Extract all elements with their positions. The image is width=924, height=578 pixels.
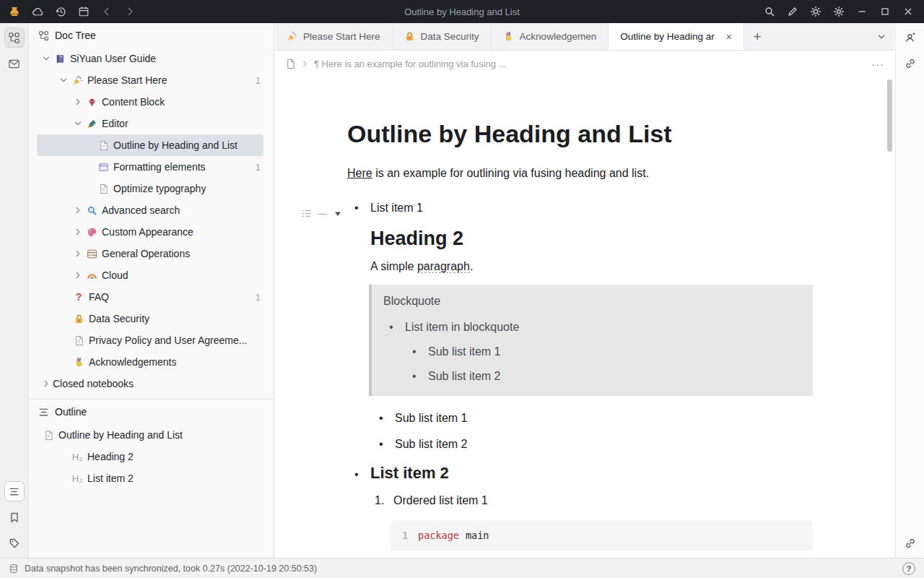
paragraph-text: A simple — [370, 260, 417, 272]
tree-item-editor[interactable]: Editor — [30, 113, 274, 134]
chevron-right-icon[interactable] — [71, 247, 84, 260]
breadcrumb: ¶ Here is an example for outlining via f… — [275, 51, 894, 77]
search-icon[interactable] — [761, 3, 778, 20]
history-icon[interactable] — [52, 3, 69, 20]
right-dock-top — [900, 27, 920, 74]
virtual-ref[interactable]: paragraph — [417, 260, 470, 273]
tree-item-siyuan-user-guide[interactable]: SiYuan User Guide — [30, 48, 274, 69]
chevron-down-icon[interactable] — [71, 117, 84, 130]
siyuan-logo-icon[interactable] — [6, 3, 23, 20]
forward-icon[interactable] — [121, 3, 139, 20]
tab-acknowledgements[interactable]: Acknowledgemen — [492, 23, 609, 50]
dock-inbox-button[interactable] — [4, 53, 25, 74]
tab-please-start-here[interactable]: Please Start Here — [275, 23, 393, 50]
cloud-sync-icon[interactable] — [29, 3, 46, 20]
scrollbar-thumb[interactable] — [887, 79, 892, 152]
intro-paragraph: Here is an example for outlining via fus… — [347, 167, 813, 180]
chevron-right-icon[interactable] — [71, 204, 84, 217]
bullet-icon: • — [389, 321, 405, 334]
list-block-icon[interactable] — [301, 208, 312, 219]
right-dock-bottom — [900, 533, 920, 553]
maximize-icon[interactable] — [876, 3, 894, 20]
tree-item-cloud[interactable]: Cloud — [30, 264, 274, 286]
dock-graph-button[interactable] — [900, 53, 920, 74]
tree-item-acknowledgements[interactable]: Acknowledgements — [30, 351, 274, 373]
edit-icon[interactable] — [784, 3, 801, 20]
tree-item-closed-notebooks[interactable]: Closed notebooks — [30, 373, 274, 394]
blockquote-list-item: • List item in blockquote — [383, 321, 801, 334]
chevron-down-icon[interactable] — [57, 74, 70, 87]
doc-tree-icon — [38, 30, 49, 41]
left-dock — [0, 23, 29, 558]
statusbar: Data snapshot has been synchronized, too… — [0, 558, 924, 578]
close-window-icon[interactable] — [899, 3, 917, 20]
chevron-right-icon[interactable] — [71, 225, 84, 238]
outline-item-heading-2[interactable]: H₂ Heading 2 — [30, 446, 274, 467]
tree-item-please-start-here[interactable]: Please Start Here 1 — [30, 69, 274, 91]
tree-item-custom-appearance[interactable]: Custom Appearance — [30, 221, 274, 243]
chevron-right-icon — [300, 59, 310, 69]
chevron-down-icon[interactable] — [40, 52, 53, 65]
tab-data-security[interactable]: Data Security — [393, 23, 492, 50]
dash-icon[interactable]: — — [318, 209, 327, 219]
close-tab-icon[interactable]: × — [726, 32, 732, 42]
chevron-right-icon[interactable] — [71, 269, 84, 282]
tree-item-label: General Operations — [102, 248, 190, 259]
outline-item-document[interactable]: Outline by Heading and List — [30, 424, 274, 446]
heading-2: Heading 2 — [370, 228, 813, 250]
collapse-triangle-icon[interactable] — [334, 210, 342, 218]
dock-outline-button[interactable] — [4, 481, 25, 501]
dock-bookmark-button[interactable] — [4, 507, 25, 527]
status-message: Data snapshot has been synchronized, too… — [25, 564, 317, 574]
chevron-right-icon[interactable] — [40, 377, 53, 390]
tree-item-data-security[interactable]: Data Security — [30, 308, 274, 329]
dock-tag-button[interactable] — [4, 533, 25, 553]
outline-item-list-item-2[interactable]: H₂ List item 2 — [30, 467, 274, 489]
tree-item-label: Editor — [102, 118, 128, 129]
dock-person-badge-button[interactable] — [900, 27, 920, 48]
tree-item-outline-by-heading-and-list[interactable]: Outline by Heading and List — [37, 134, 263, 156]
titlebar-left-toolbar — [0, 3, 139, 20]
list-item-text: List item 1 — [370, 202, 423, 215]
more-button[interactable]: ··· — [871, 58, 884, 70]
dock-backlink-button[interactable] — [900, 533, 920, 553]
tree-item-faq[interactable]: ? FAQ 1 — [30, 286, 274, 308]
left-dock-bottom — [4, 481, 25, 553]
blockquote-sub-list-item: • Sub list item 2 — [383, 370, 801, 383]
bullet-icon: • — [354, 468, 370, 481]
document-icon — [41, 430, 56, 441]
main-area: Please Start Here Data Security Acknowle… — [275, 23, 894, 558]
lock-icon — [71, 314, 86, 324]
theme-sun-icon[interactable] — [807, 3, 824, 20]
tree-item-optimize-typography[interactable]: Optimize typography — [30, 178, 274, 199]
chevron-right-icon[interactable] — [71, 95, 84, 108]
new-tab-button[interactable]: + — [744, 23, 770, 50]
tree-item-label: Content Block — [102, 96, 165, 108]
settings-gear-icon[interactable] — [830, 3, 847, 20]
doc-count-badge: 1 — [256, 162, 274, 173]
tab-list-chevron-icon[interactable] — [868, 23, 894, 50]
help-icon[interactable]: ? — [902, 562, 915, 575]
tab-outline-by-heading-and-list[interactable]: Outline by Heading ar × — [609, 23, 744, 50]
doc-tree-title: Doc Tree — [55, 30, 96, 41]
code-block[interactable]: 1 package main — [391, 520, 813, 551]
tree-item-advanced-search[interactable]: Advanced search — [30, 199, 274, 221]
tree-item-general-operations[interactable]: General Operations — [30, 243, 274, 264]
outline-item-label: Outline by Heading and List — [58, 429, 183, 441]
paragraph-text: . — [470, 260, 473, 272]
list-item-2: • List item 2 — [347, 464, 813, 483]
editor-content[interactable]: Outline by Heading and List Here is an e… — [275, 77, 894, 558]
block-ref-link[interactable]: Here — [347, 167, 372, 179]
daily-note-icon[interactable] — [75, 3, 92, 20]
breadcrumb-doc-icon[interactable] — [285, 59, 296, 69]
dock-doc-tree-button[interactable] — [4, 27, 25, 48]
minimize-icon[interactable] — [853, 3, 871, 20]
ordered-number: 1. — [375, 494, 393, 507]
list-item-text: Sub list item 2 — [428, 370, 500, 383]
breadcrumb-current-block[interactable]: ¶ Here is an example for outlining via f… — [314, 59, 506, 69]
tree-item-privacy-policy[interactable]: Privacy Policy and User Agreeme... — [30, 329, 274, 351]
tree-item-content-block[interactable]: Content Block — [30, 91, 274, 113]
back-icon[interactable] — [98, 3, 116, 20]
block-gutter: — — [301, 208, 342, 219]
tree-item-formatting-elements[interactable]: Formatting elements 1 — [30, 156, 274, 178]
